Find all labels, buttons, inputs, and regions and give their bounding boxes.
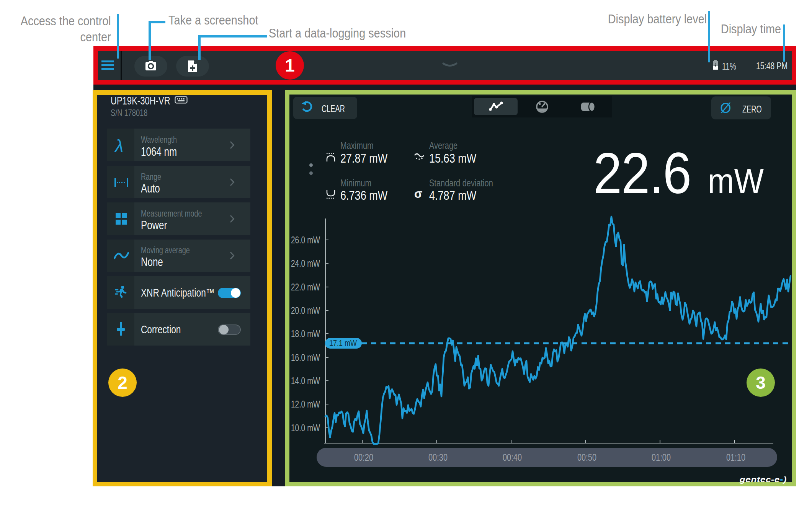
svg-text:16.0 mW: 16.0 mW: [291, 352, 320, 363]
svg-text:17.1 mW: 17.1 mW: [329, 338, 357, 348]
svg-text:00:30: 00:30: [428, 452, 448, 463]
svg-text:01:10: 01:10: [726, 452, 745, 463]
svg-text:18.0 mW: 18.0 mW: [291, 328, 320, 339]
svg-text:14.0 mW: 14.0 mW: [291, 375, 320, 386]
svg-text:22.0 mW: 22.0 mW: [291, 281, 320, 293]
svg-text:00:40: 00:40: [503, 452, 522, 463]
svg-text:00:20: 00:20: [354, 452, 373, 463]
svg-text:01:00: 01:00: [652, 452, 671, 463]
svg-text:26.0 mW: 26.0 mW: [291, 234, 320, 246]
svg-text:24.0 mW: 24.0 mW: [291, 258, 320, 269]
svg-text:00:50: 00:50: [577, 452, 596, 463]
svg-text:12.0 mW: 12.0 mW: [291, 398, 320, 410]
svg-text:20.0 mW: 20.0 mW: [291, 305, 320, 316]
svg-text:10.0 mW: 10.0 mW: [291, 422, 320, 434]
